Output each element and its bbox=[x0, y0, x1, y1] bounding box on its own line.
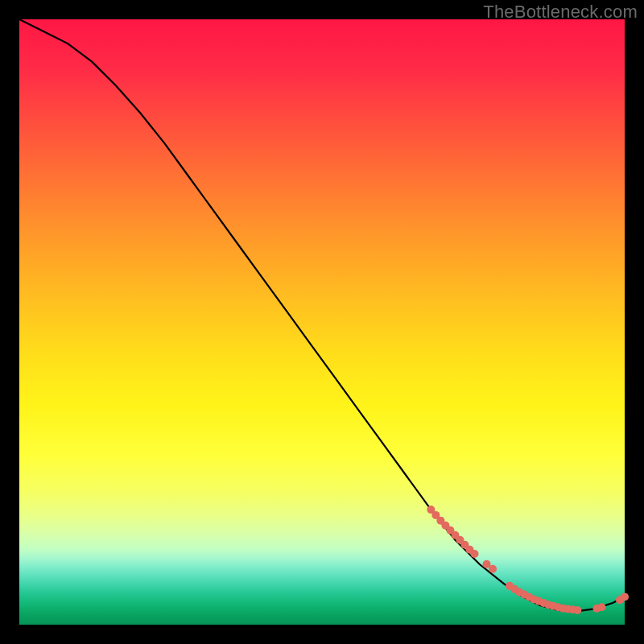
plot-area bbox=[19, 19, 625, 625]
highlight-point bbox=[471, 550, 479, 558]
highlight-point bbox=[489, 565, 497, 573]
highlight-point bbox=[573, 606, 581, 614]
highlight-point bbox=[597, 603, 605, 611]
watermark-label: TheBottleneck.com bbox=[483, 2, 638, 23]
bottleneck-curve bbox=[19, 19, 625, 611]
highlight-points bbox=[427, 506, 629, 614]
chart-svg bbox=[19, 19, 625, 625]
highlight-point bbox=[621, 592, 629, 601]
chart-frame: TheBottleneck.com bbox=[0, 0, 644, 644]
